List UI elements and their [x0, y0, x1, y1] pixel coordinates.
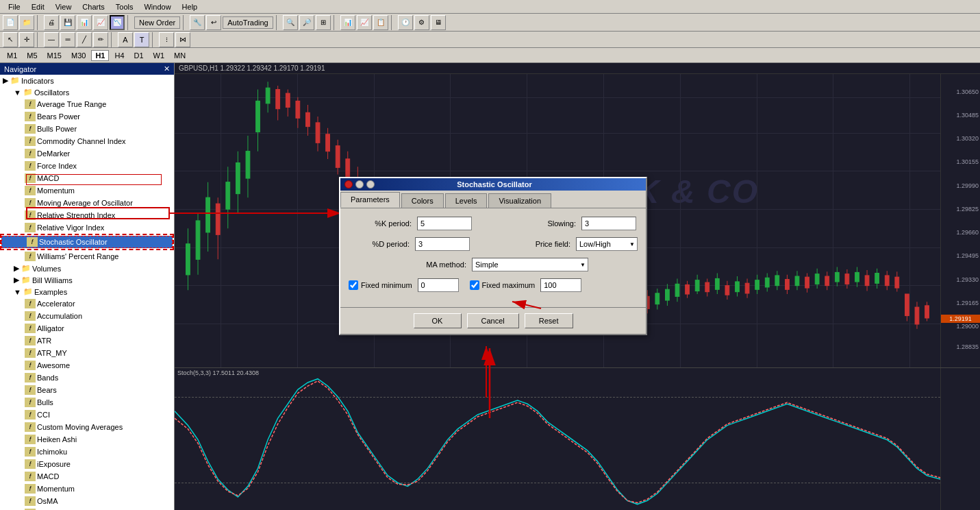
nav-ex-atr-my[interactable]: f ATR_MY	[0, 348, 174, 359]
fibonacci-btn[interactable]: ⫶	[159, 32, 174, 47]
nav-ex-custom-ma[interactable]: f Custom Moving Averages	[0, 422, 174, 433]
menu-help[interactable]: Help	[177, 1, 203, 12]
dialog-maximize-btn[interactable]	[366, 180, 375, 189]
menu-tools[interactable]: Tools	[110, 1, 139, 12]
menu-window[interactable]: Window	[138, 1, 176, 12]
tf-mn[interactable]: MN	[170, 50, 190, 61]
zoom-in-btn[interactable]: 🔍	[283, 15, 298, 30]
nav-ex-heiken-ashi[interactable]: f Heiken Ashi	[0, 434, 174, 445]
toolbar-btn-6[interactable]: ↩	[206, 15, 221, 30]
nav-ex-atr[interactable]: f ATR	[0, 335, 174, 346]
nav-ex-alligator[interactable]: f Alligator	[0, 323, 174, 334]
textbox-btn[interactable]: T	[134, 32, 149, 47]
nav-ex-accumulation[interactable]: f Accumulation	[0, 311, 174, 321]
zoom-out-btn[interactable]: 🔎	[299, 15, 314, 30]
nav-macd[interactable]: f MACD	[0, 173, 174, 184]
tf-w1[interactable]: W1	[149, 50, 169, 61]
stochastic-dialog[interactable]: Stochastic Oscillator Parameters Colors …	[339, 177, 647, 335]
template-btn[interactable]: 📋	[373, 15, 388, 30]
new-order-btn[interactable]: New Order	[134, 16, 180, 29]
nav-ex-bulls[interactable]: f Bulls	[0, 397, 174, 408]
ma-method-select[interactable]: Simple Exponential Smoothed Linear Weigh…	[472, 258, 588, 271]
dialog-minimize-btn[interactable]	[355, 180, 364, 189]
k-period-input[interactable]	[417, 217, 472, 230]
nav-ex-awesome[interactable]: f Awesome	[0, 360, 174, 371]
price-field-select[interactable]: Low/High Close/Close	[576, 237, 638, 251]
tf-m15[interactable]: M15	[43, 50, 66, 61]
nav-bulls-power[interactable]: f Bulls Power	[0, 123, 174, 134]
terminal-btn[interactable]: 🖥	[431, 15, 446, 30]
fixed-max-input[interactable]	[540, 278, 581, 292]
nav-volumes[interactable]: ▶ 📁 Volumes	[0, 263, 174, 274]
tab-parameters[interactable]: Parameters	[340, 192, 400, 208]
toolbar-btn-5[interactable]: 🔧	[190, 15, 205, 30]
navigator-close[interactable]: ✕	[164, 64, 170, 73]
fixed-min-checkbox[interactable]	[349, 280, 358, 290]
hline-btn[interactable]: ═	[60, 32, 75, 47]
toolbar-btn-3[interactable]: 📊	[77, 15, 92, 30]
cancel-button[interactable]: Cancel	[467, 313, 519, 328]
dialog-close-btn[interactable]	[344, 180, 353, 189]
nav-stochastic-osc[interactable]: f Stochastic Oscillator	[1, 236, 173, 248]
clock-btn[interactable]: 🕐	[398, 15, 413, 30]
nav-force-index[interactable]: f Force Index	[0, 160, 174, 171]
fixed-max-checkbox[interactable]	[470, 280, 479, 290]
tab-colors[interactable]: Colors	[401, 193, 444, 208]
trendline-btn[interactable]: ╱	[77, 32, 92, 47]
draw-btn[interactable]: ✏	[93, 32, 108, 47]
toolbar-btn-active[interactable]: 📉	[110, 15, 125, 30]
indicator-btn[interactable]: 📈	[357, 15, 372, 30]
menu-charts[interactable]: Charts	[77, 1, 110, 12]
settings-btn[interactable]: ⚙	[414, 15, 429, 30]
nav-avg-true-range[interactable]: f Average True Range	[0, 99, 174, 110]
d-period-input[interactable]	[415, 237, 470, 251]
tf-m5[interactable]: M5	[23, 50, 41, 61]
toolbar-btn-4[interactable]: 📈	[93, 15, 108, 30]
new-chart-btn[interactable]: 📄	[3, 15, 18, 30]
nav-ex-osma[interactable]: f OsMA	[0, 496, 174, 507]
fixed-min-input[interactable]	[418, 278, 459, 292]
reset-button[interactable]: Reset	[525, 313, 573, 328]
nav-williams-pct[interactable]: f Williams' Percent Range	[0, 251, 174, 262]
nav-bears-power[interactable]: f Bears Power	[0, 111, 174, 122]
nav-cci[interactable]: f Commodity Channel Index	[0, 136, 174, 147]
stoch-chart[interactable]: Stoch(5,3,3) 17.5011 20.4308 100 80 20 0	[175, 367, 980, 510]
nav-indicators[interactable]: ▶ 📁 Indicators	[0, 75, 174, 86]
menu-view[interactable]: View	[50, 1, 77, 12]
gann-btn[interactable]: ⋈	[175, 32, 190, 47]
nav-ex-macd[interactable]: f MACD	[0, 471, 174, 482]
nav-ex-ichimoku[interactable]: f Ichimoku	[0, 446, 174, 457]
nav-ex-momentum[interactable]: f Momentum	[0, 483, 174, 494]
nav-examples[interactable]: ▼ 📁 Examples	[0, 287, 174, 297]
chart-type-btn[interactable]: 📊	[340, 15, 355, 30]
slowing-input[interactable]	[581, 217, 636, 230]
nav-rsi[interactable]: f Relative Strength Index	[0, 210, 174, 221]
menu-edit[interactable]: Edit	[26, 1, 50, 12]
tab-visualization[interactable]: Visualization	[488, 193, 551, 208]
tf-d1[interactable]: D1	[130, 50, 148, 61]
print-btn[interactable]: 🖨	[44, 15, 59, 30]
line-btn[interactable]: —	[44, 32, 59, 47]
nav-demarker[interactable]: f DeMarker	[0, 148, 174, 159]
nav-momentum[interactable]: f Momentum	[0, 185, 174, 196]
tf-h4[interactable]: H4	[110, 50, 128, 61]
text-btn[interactable]: A	[118, 32, 133, 47]
nav-ex-bears[interactable]: f Bears	[0, 385, 174, 396]
nav-ex-cci[interactable]: f CCI	[0, 409, 174, 420]
nav-ex-iexposure[interactable]: f iExposure	[0, 459, 174, 470]
nav-rvi[interactable]: f Relative Vigor Index	[0, 222, 174, 233]
save-btn[interactable]: 💾	[60, 15, 75, 30]
tf-m30[interactable]: M30	[67, 50, 90, 61]
nav-mao[interactable]: f Moving Average of Oscillator	[0, 197, 174, 208]
nav-bill-williams[interactable]: ▶ 📁 Bill Williams	[0, 275, 174, 285]
cursor-btn[interactable]: ↖	[3, 32, 18, 47]
autotrading-btn[interactable]: AutoTrading	[223, 16, 273, 29]
tf-m1[interactable]: M1	[3, 50, 21, 61]
tab-levels[interactable]: Levels	[445, 193, 488, 208]
tf-h1[interactable]: H1	[91, 50, 109, 61]
zoom-fit-btn[interactable]: ⊞	[316, 15, 331, 30]
nav-oscillators[interactable]: ▼ 📁 Oscillators	[0, 87, 174, 97]
menu-file[interactable]: File	[3, 1, 26, 12]
crosshair-btn[interactable]: ✛	[19, 32, 34, 47]
ok-button[interactable]: OK	[414, 313, 462, 328]
